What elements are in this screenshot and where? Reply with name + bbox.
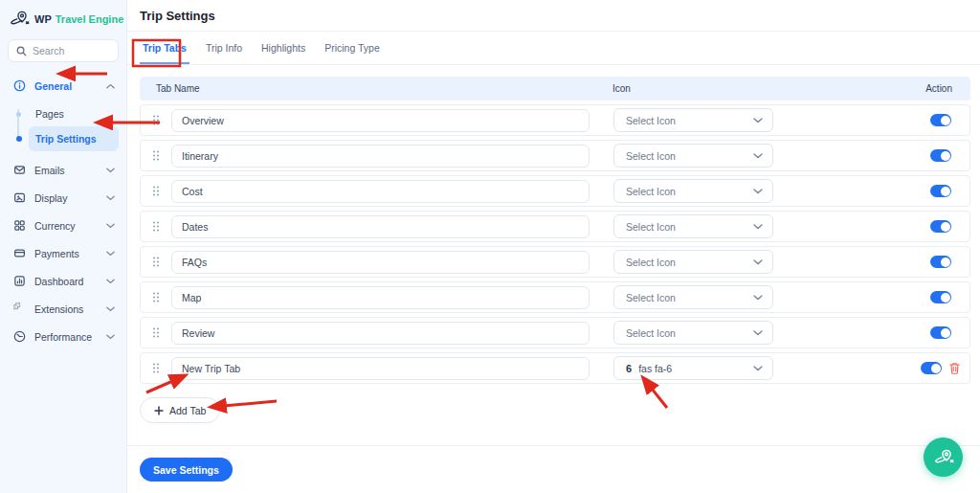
tab-name-cell	[171, 109, 600, 132]
search-input[interactable]	[33, 45, 109, 56]
drag-dots-icon	[152, 185, 160, 197]
sidebar-item-extensions[interactable]: Extensions	[0, 295, 126, 323]
sidebar-item-currency[interactable]: Currency	[0, 212, 126, 239]
main-panel: Trip Settings Trip Tabs Trip Info Highli…	[127, 0, 980, 493]
tab-name-cell	[171, 286, 600, 309]
tab-name-input[interactable]	[171, 180, 590, 203]
enable-toggle[interactable]	[921, 362, 942, 374]
toggle-knob	[941, 328, 950, 338]
icon-cell: Select Icon	[600, 108, 820, 132]
settings-tabbar: Trip Tabs Trip Info Highlights Pricing T…	[127, 32, 980, 65]
chevron-down-icon	[753, 366, 763, 371]
mail-icon	[12, 164, 26, 177]
icon-select-value: Select Icon	[626, 115, 753, 126]
tab-highlights[interactable]: Highlights	[258, 34, 308, 64]
enable-toggle[interactable]	[930, 291, 951, 303]
save-settings-button[interactable]: Save Settings	[140, 458, 233, 482]
action-cell	[820, 326, 969, 339]
toggle-knob	[941, 151, 950, 161]
tab-name-input[interactable]	[171, 322, 590, 345]
toggle-knob	[931, 364, 941, 373]
drag-handle[interactable]	[141, 326, 171, 339]
dashboard-chart-icon	[12, 275, 26, 288]
tab-trip-tabs[interactable]: Trip Tabs	[140, 34, 189, 64]
icon-select-value: Select Icon	[626, 292, 753, 303]
add-tab-label: Add Tab	[169, 405, 206, 416]
sidebar-item-payments[interactable]: Payments	[0, 239, 126, 267]
icon-cell: Select Icon	[600, 321, 820, 345]
sidebar-item-emails[interactable]: Emails	[0, 156, 126, 184]
icon-cell: Select Icon	[600, 250, 820, 274]
display-icon	[12, 191, 26, 205]
bullet-dot-icon	[16, 136, 22, 142]
tab-name-input[interactable]	[171, 251, 590, 274]
icon-select[interactable]: Select Icon	[613, 285, 773, 309]
drag-handle[interactable]	[141, 291, 171, 303]
sidebar-search[interactable]	[8, 39, 119, 62]
tab-name-input[interactable]	[171, 286, 590, 309]
tab-name-input[interactable]	[171, 357, 590, 380]
drag-handle[interactable]	[141, 220, 171, 233]
chevron-down-icon	[106, 223, 115, 229]
help-widget-button[interactable]	[924, 437, 963, 477]
footer-bar: Save Settings	[127, 445, 980, 493]
enable-toggle[interactable]	[930, 256, 951, 268]
gauge-icon	[12, 330, 26, 344]
sidebar-item-dashboard[interactable]: Dashboard	[0, 267, 126, 295]
column-header-tab-name: Tab Name	[140, 83, 599, 94]
table-row: Select Icon	[140, 140, 970, 171]
drag-handle[interactable]	[141, 185, 171, 197]
icon-select[interactable]: Select Icon	[613, 144, 773, 168]
add-tab-button[interactable]: Add Tab	[140, 397, 220, 423]
drag-handle[interactable]	[141, 256, 171, 268]
enable-toggle[interactable]	[930, 185, 951, 197]
icon-select-value: fas fa-6	[638, 363, 753, 374]
delete-row-button[interactable]	[949, 362, 960, 374]
icon-select-value: Select Icon	[626, 186, 753, 197]
icon-select[interactable]: 6 fas fa-6	[613, 356, 773, 380]
icon-select[interactable]: Select Icon	[613, 108, 773, 132]
drag-handle[interactable]	[141, 114, 171, 126]
sidebar-item-pages[interactable]: Pages	[29, 102, 119, 125]
tab-name-input[interactable]	[171, 215, 590, 238]
enable-toggle[interactable]	[930, 326, 951, 339]
action-cell	[820, 291, 969, 303]
sidebar-item-label: Emails	[34, 165, 98, 176]
sidebar-item-general[interactable]: General	[0, 72, 126, 100]
sidebar-item-display[interactable]: Display	[0, 184, 126, 212]
drag-dots-icon	[152, 220, 160, 233]
drag-dots-icon	[152, 326, 160, 339]
sidebar-item-label: Currency	[34, 220, 98, 232]
sidebar-item-trip-settings[interactable]: Trip Settings	[29, 126, 119, 151]
tab-name-input[interactable]	[171, 109, 590, 132]
info-icon	[12, 79, 26, 93]
trip-tabs-table-body: Select Icon Select Icon	[140, 104, 970, 384]
drag-dots-icon	[152, 114, 160, 126]
plus-icon	[154, 406, 164, 415]
table-row: Select Icon	[140, 317, 970, 348]
enable-toggle[interactable]	[930, 149, 951, 162]
icon-glyph: 6	[626, 363, 632, 374]
icon-select[interactable]: Select Icon	[613, 250, 773, 274]
icon-cell: Select Icon	[600, 144, 820, 168]
chevron-down-icon	[106, 306, 115, 312]
enable-toggle[interactable]	[930, 114, 951, 126]
icon-select[interactable]: Select Icon	[613, 214, 773, 238]
drag-handle[interactable]	[141, 362, 171, 374]
currency-grid-icon	[12, 219, 26, 233]
sidebar-item-performance[interactable]: Performance	[0, 323, 126, 350]
icon-select[interactable]: Select Icon	[613, 321, 773, 345]
icon-select[interactable]: Select Icon	[613, 179, 773, 203]
action-cell	[820, 149, 969, 162]
drag-handle[interactable]	[141, 149, 171, 162]
chevron-down-icon	[106, 251, 115, 257]
tab-trip-info[interactable]: Trip Info	[203, 34, 245, 64]
tab-pricing-type[interactable]: Pricing Type	[322, 34, 383, 64]
page-title: Trip Settings	[140, 9, 215, 23]
enable-toggle[interactable]	[930, 220, 951, 233]
chevron-down-icon	[753, 259, 763, 265]
sidebar-item-label: Display	[34, 192, 98, 204]
tab-name-input[interactable]	[171, 145, 590, 168]
action-cell	[820, 185, 969, 197]
bullet-dot-icon	[16, 112, 21, 117]
